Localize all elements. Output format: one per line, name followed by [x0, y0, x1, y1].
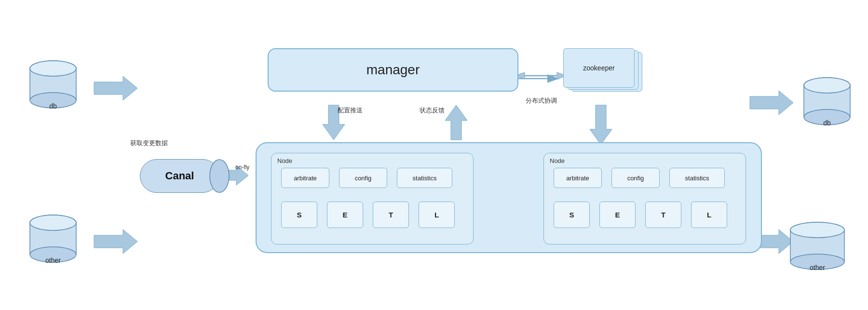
diagram-container: db other 获取变更数据 Canal on-fly manager 配置推… — [0, 0, 868, 310]
right-other-label: other — [786, 264, 849, 271]
on-fly-label: on-fly — [235, 164, 249, 171]
node1-box: Node arbitrate config statistics S E T — [271, 153, 474, 244]
node1-t: T — [373, 202, 409, 228]
node2-t: T — [645, 202, 681, 228]
svg-marker-1 — [94, 229, 137, 254]
manager-label: manager — [366, 62, 420, 78]
svg-point-38 — [790, 222, 844, 238]
state-feedback-label: 状态反馈 — [420, 106, 445, 115]
node1-statistics: statistics — [397, 168, 452, 188]
svg-point-32 — [804, 78, 850, 93]
zookeeper-label: zookeeper — [583, 64, 614, 72]
right-db-cylinder: db — [800, 75, 854, 128]
node2-e: E — [599, 202, 636, 228]
node2-statistics: statistics — [669, 168, 725, 188]
node1-s: S — [281, 202, 317, 228]
node1-e: E — [327, 202, 363, 228]
node1-l: L — [419, 202, 455, 228]
canal-end-cap — [207, 159, 231, 193]
node2-box: Node arbitrate config statistics S E T — [543, 153, 746, 244]
node1-arbitrate: arbitrate — [281, 168, 329, 188]
right-db-label: db — [800, 119, 854, 127]
node1-label: Node — [277, 157, 292, 164]
manager-box: manager — [268, 48, 518, 92]
node2-s: S — [554, 202, 590, 228]
svg-point-25 — [30, 215, 76, 230]
get-change-data-label: 获取变更数据 — [130, 139, 168, 148]
left-db-cylinder: db — [27, 58, 80, 111]
node2-l: L — [691, 202, 727, 228]
svg-marker-6 — [590, 105, 612, 145]
node1-config: config — [339, 168, 387, 188]
svg-point-19 — [30, 61, 76, 76]
node2-label: Node — [550, 157, 565, 164]
svg-marker-4 — [445, 105, 467, 140]
config-push-label: 配置推送 — [338, 106, 363, 115]
left-other-label: other — [27, 256, 80, 264]
canal-label: Canal — [165, 170, 194, 182]
left-db-label: db — [27, 102, 80, 110]
svg-point-26 — [210, 160, 229, 192]
right-other-cylinder: other — [786, 219, 849, 272]
left-other-cylinder: other — [27, 212, 80, 265]
node2-config: config — [611, 168, 660, 188]
node2-arbitrate: arbitrate — [554, 168, 602, 188]
svg-marker-8 — [750, 91, 793, 115]
svg-marker-0 — [94, 76, 137, 100]
zookeeper-stack: zookeeper — [563, 48, 640, 96]
dist-coord-label: 分布式协调 — [526, 96, 557, 105]
cluster-box: Node arbitrate config statistics S E T — [256, 142, 762, 253]
